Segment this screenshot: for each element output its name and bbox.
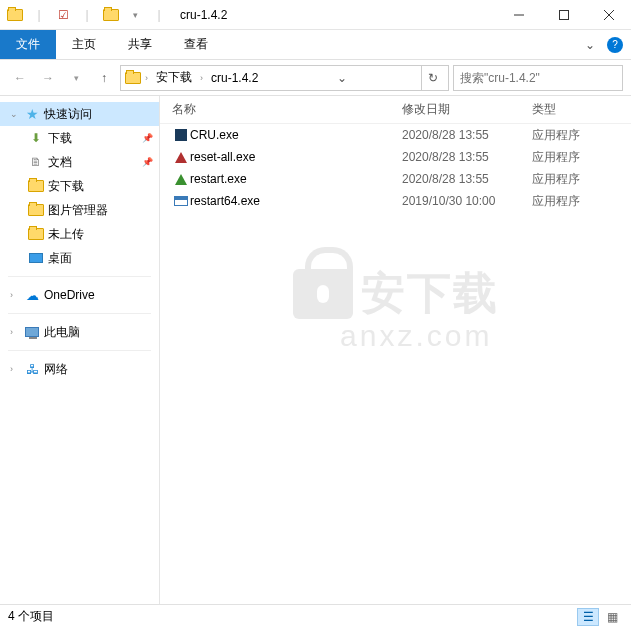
qat-sep: | [28,4,50,26]
chevron-right-icon[interactable]: › [198,73,205,83]
file-row[interactable]: restart.exe 2020/8/28 13:55 应用程序 [160,168,631,190]
tab-home[interactable]: 主页 [56,30,112,59]
folder-icon[interactable] [4,4,26,26]
file-date: 2019/10/30 10:00 [402,194,532,208]
up-button[interactable]: ↑ [92,66,116,90]
file-icon [172,129,190,141]
svg-rect-1 [559,10,568,19]
details-view-button[interactable]: ☰ [577,608,599,626]
sidebar-item-folder[interactable]: 图片管理器 [0,198,159,222]
network-icon: 🖧 [24,362,40,376]
sidebar-item-network[interactable]: › 🖧 网络 [0,357,159,381]
file-date: 2020/8/28 13:55 [402,128,532,142]
sidebar-label: 网络 [44,361,68,378]
file-icon [172,174,190,185]
tab-share[interactable]: 共享 [112,30,168,59]
folder-icon [28,227,44,241]
folder-icon-2[interactable] [100,4,122,26]
close-button[interactable] [586,0,631,30]
file-list[interactable]: CRU.exe 2020/8/28 13:55 应用程序 reset-all.e… [160,124,631,604]
recent-dropdown[interactable]: ▾ [64,66,88,90]
breadcrumb-item[interactable]: 安下载 [152,69,196,86]
file-type: 应用程序 [532,171,631,188]
maximize-button[interactable] [541,0,586,30]
search-box[interactable] [453,65,623,91]
sidebar-item-documents[interactable]: 🗎 文档 📌 [0,150,159,174]
file-date: 2020/8/28 13:55 [402,172,532,186]
sidebar-label: 图片管理器 [48,202,108,219]
column-name[interactable]: 名称 [172,101,402,118]
file-row[interactable]: restart64.exe 2019/10/30 10:00 应用程序 [160,190,631,212]
window-title: cru-1.4.2 [180,8,496,22]
navigation-pane[interactable]: ⌄ ★ 快速访问 ⬇ 下载 📌 🗎 文档 📌 安下载 图片管理器 未上传 [0,96,160,604]
file-type: 应用程序 [532,149,631,166]
file-tab[interactable]: 文件 [0,30,56,59]
monitor-icon [24,325,40,339]
watermark: 安下载 anxz.com [293,264,499,353]
properties-icon[interactable]: ☑ [52,4,74,26]
chevron-right-icon[interactable]: › [10,327,20,337]
folder-icon [28,179,44,193]
chevron-right-icon[interactable]: › [143,73,150,83]
help-icon[interactable]: ? [607,37,623,53]
column-headers: 名称 修改日期 类型 [160,96,631,124]
file-icon [172,152,190,163]
divider [8,350,151,351]
star-icon: ★ [24,107,40,121]
qat-sep-2: | [148,4,170,26]
minimize-button[interactable] [496,0,541,30]
sidebar-item-folder[interactable]: 安下载 [0,174,159,198]
file-date: 2020/8/28 13:55 [402,150,532,164]
sidebar-label: 下载 [48,130,72,147]
refresh-button[interactable]: ↻ [421,66,444,90]
search-input[interactable] [460,71,616,85]
cloud-icon: ☁ [24,288,40,302]
forward-button[interactable]: → [36,66,60,90]
back-button[interactable]: ← [8,66,32,90]
chevron-down-icon[interactable]: ⌄ [10,109,20,119]
content-pane[interactable]: 名称 修改日期 类型 CRU.exe 2020/8/28 13:55 应用程序 … [160,96,631,604]
chevron-right-icon[interactable]: › [10,364,20,374]
folder-icon [125,71,141,85]
column-type[interactable]: 类型 [532,101,631,118]
qat-divider: | [76,4,98,26]
column-date[interactable]: 修改日期 [402,101,532,118]
view-switcher: ☰ ▦ [577,608,623,626]
pin-icon: 📌 [142,133,153,143]
divider [8,313,151,314]
sidebar-item-quick-access[interactable]: ⌄ ★ 快速访问 [0,102,159,126]
breadcrumb-item[interactable]: cru-1.4.2 [207,71,262,85]
breadcrumb-dropdown[interactable]: ⌄ [333,71,351,85]
watermark-sub: anxz.com [340,319,492,353]
sidebar-label: 安下载 [48,178,84,195]
file-row[interactable]: reset-all.exe 2020/8/28 13:55 应用程序 [160,146,631,168]
file-row[interactable]: CRU.exe 2020/8/28 13:55 应用程序 [160,124,631,146]
tab-view[interactable]: 查看 [168,30,224,59]
titlebar: | ☑ | ▾ | cru-1.4.2 [0,0,631,30]
sidebar-label: 桌面 [48,250,72,267]
file-name: reset-all.exe [190,150,402,164]
file-name: CRU.exe [190,128,402,142]
file-icon [172,196,190,206]
body: ⌄ ★ 快速访问 ⬇ 下载 📌 🗎 文档 📌 安下载 图片管理器 未上传 [0,96,631,604]
ribbon-expand-icon[interactable]: ⌄ [581,38,599,52]
item-count: 4 个项目 [8,608,54,625]
quick-access-toolbar: | ☑ | ▾ | [0,4,174,26]
sidebar-item-desktop[interactable]: 桌面 [0,246,159,270]
qat-dropdown[interactable]: ▾ [124,4,146,26]
sidebar-item-onedrive[interactable]: › ☁ OneDrive [0,283,159,307]
sidebar-item-this-pc[interactable]: › 此电脑 [0,320,159,344]
icons-view-button[interactable]: ▦ [601,608,623,626]
breadcrumb[interactable]: › 安下载 › cru-1.4.2 ⌄ ↻ [120,65,449,91]
file-name: restart.exe [190,172,402,186]
sidebar-label: 未上传 [48,226,84,243]
chevron-right-icon[interactable]: › [10,290,20,300]
status-bar: 4 个项目 ☰ ▦ [0,604,631,628]
file-type: 应用程序 [532,193,631,210]
sidebar-label: 快速访问 [44,106,92,123]
document-icon: 🗎 [28,155,44,169]
window-controls [496,0,631,30]
sidebar-item-folder[interactable]: 未上传 [0,222,159,246]
address-bar-row: ← → ▾ ↑ › 安下载 › cru-1.4.2 ⌄ ↻ [0,60,631,96]
sidebar-item-downloads[interactable]: ⬇ 下载 📌 [0,126,159,150]
